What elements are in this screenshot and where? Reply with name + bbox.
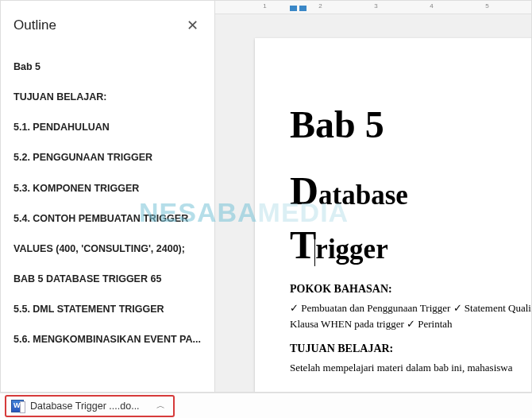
outline-item[interactable]: 5.5. DML STATEMENT TRIGGER bbox=[1, 294, 214, 324]
doc-paragraph: ✓ Pembuatan dan Penggunaan Trigger ✓ Sta… bbox=[290, 300, 531, 331]
ruler-mark: 1 bbox=[251, 2, 279, 10]
outline-item[interactable]: VALUES (400, 'CONSULTING', 2400); bbox=[1, 234, 214, 264]
outline-item[interactable]: TUJUAN BELAJAR: bbox=[1, 82, 214, 112]
word-document-icon bbox=[11, 400, 24, 412]
outline-list: Bab 5 TUJUAN BELAJAR: 5.1. PENDAHULUAN 5… bbox=[1, 47, 214, 392]
chevron-up-icon: ︿ bbox=[156, 400, 165, 412]
taskbar-filename: Database Trigger ....do... bbox=[30, 401, 150, 412]
close-icon: ✕ bbox=[187, 17, 199, 33]
doc-subheading: POKOK BAHASAN: bbox=[290, 283, 531, 296]
taskbar-item[interactable]: Database Trigger ....do... ︿ bbox=[5, 395, 175, 417]
taskbar: Database Trigger ....do... ︿ bbox=[0, 393, 532, 418]
horizontal-ruler[interactable]: 1 2 3 4 5 bbox=[215, 1, 531, 14]
doc-paragraph: Setelah mempelajari materi dalam bab ini… bbox=[290, 360, 531, 376]
ruler-mark: 5 bbox=[473, 2, 501, 10]
doc-subheading: TUJUAN BELAJAR: bbox=[290, 343, 531, 355]
doc-heading-1: Bab 5 bbox=[290, 106, 531, 144]
outline-item[interactable]: 5.6. MENGKOMBINASIKAN EVENT PA... bbox=[1, 324, 214, 354]
outline-item[interactable]: BAB 5 DATABASE TRIGGER 65 bbox=[1, 264, 214, 294]
outline-item[interactable]: 5.4. CONTOH PEMBUATAN TRIGGER bbox=[1, 203, 214, 234]
ruler-mark: 2 bbox=[306, 2, 334, 10]
ruler-mark: 3 bbox=[362, 2, 390, 10]
close-outline-button[interactable]: ✕ bbox=[183, 15, 202, 36]
outline-item[interactable]: Bab 5 bbox=[1, 52, 214, 82]
indent-marker-icon[interactable] bbox=[290, 6, 297, 11]
document-area: 1 2 3 4 5 Bab 5 Database Trigger POKOK B… bbox=[215, 1, 531, 392]
document-page[interactable]: Bab 5 Database Trigger POKOK BAHASAN: ✓ … bbox=[255, 38, 531, 392]
outline-sidebar: Outline ✕ Bab 5 TUJUAN BELAJAR: 5.1. PEN… bbox=[1, 1, 215, 392]
outline-item[interactable]: 5.3. KOMPONEN TRIGGER bbox=[1, 173, 214, 203]
indent-marker-icon[interactable] bbox=[299, 6, 306, 11]
ruler-mark: 4 bbox=[418, 2, 445, 10]
outline-item[interactable]: 5.1. PENDAHULUAN bbox=[1, 112, 214, 142]
outline-title: Outline bbox=[13, 17, 56, 33]
outline-item[interactable]: 5.2. PENGGUNAAN TRIGGER bbox=[1, 142, 214, 172]
doc-heading-2: Database Trigger bbox=[290, 164, 531, 272]
